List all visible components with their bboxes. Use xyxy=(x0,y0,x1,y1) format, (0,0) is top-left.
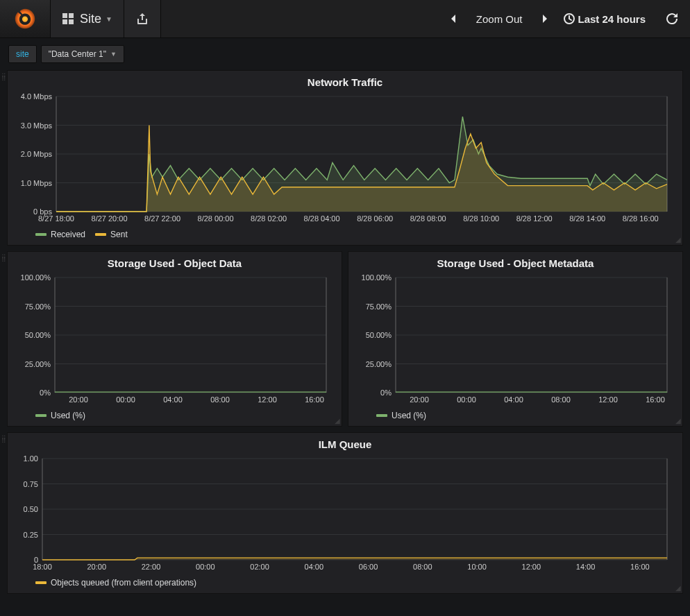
legend-label: Used (%) xyxy=(51,411,85,420)
legend-storage-object-metadata: Used (%) xyxy=(348,408,682,426)
svg-text:00:00: 00:00 xyxy=(116,395,135,404)
refresh-icon xyxy=(666,13,678,24)
nav-spacer xyxy=(161,0,436,37)
panel-resize-handle[interactable]: ◢ xyxy=(675,236,681,243)
chevron-right-icon xyxy=(539,13,550,24)
time-range-label: Last 24 hours xyxy=(578,13,646,25)
legend-item-sent[interactable]: Sent xyxy=(95,230,128,239)
panel-title[interactable]: ILM Queue xyxy=(8,433,682,452)
svg-text:2.0 Mbps: 2.0 Mbps xyxy=(21,150,53,158)
svg-text:12:00: 12:00 xyxy=(598,395,618,404)
svg-rect-1 xyxy=(69,13,74,18)
variable-value-dropdown[interactable]: "Data Center 1" ▼ xyxy=(41,45,124,63)
grafana-logo[interactable] xyxy=(0,0,51,37)
panel-drag-handle[interactable]: ⠿⠿ xyxy=(1,256,7,262)
panel-resize-handle[interactable]: ◢ xyxy=(675,584,681,592)
svg-text:10:00: 10:00 xyxy=(467,563,487,571)
svg-text:8/28 08:00: 8/28 08:00 xyxy=(410,214,446,223)
svg-text:08:00: 08:00 xyxy=(413,563,432,571)
legend-swatch xyxy=(95,233,106,236)
share-button[interactable] xyxy=(124,0,161,37)
svg-text:0.75: 0.75 xyxy=(24,480,38,488)
legend-item-received[interactable]: Received xyxy=(35,230,85,239)
svg-text:16:00: 16:00 xyxy=(646,395,665,404)
svg-text:16:00: 16:00 xyxy=(630,563,650,571)
legend-label: Objects queued (from client operations) xyxy=(51,578,196,588)
svg-text:8/28 16:00: 8/28 16:00 xyxy=(623,214,659,223)
zoom-out-label: Zoom Out xyxy=(476,13,523,25)
svg-rect-0 xyxy=(62,13,67,18)
chart-network-traffic[interactable]: 0 bps1.0 Mbps2.0 Mbps3.0 Mbps4.0 Mbps8/2… xyxy=(8,89,682,227)
panel-title[interactable]: Storage Used - Object Data xyxy=(8,252,342,271)
svg-text:8/27 20:00: 8/27 20:00 xyxy=(92,214,128,223)
panel-resize-handle[interactable]: ◢ xyxy=(335,417,340,425)
svg-text:06:00: 06:00 xyxy=(359,563,378,571)
svg-text:75.00%: 75.00% xyxy=(366,302,392,311)
svg-text:0%: 0% xyxy=(380,388,392,397)
zoom-out-button[interactable]: Zoom Out xyxy=(469,10,530,28)
refresh-button[interactable] xyxy=(662,10,682,27)
panel-drag-handle[interactable]: ⠿⠿ xyxy=(1,75,7,80)
panel-ilm-queue: ⠿⠿ ILM Queue 00.250.500.751.0018:0020:00… xyxy=(7,432,683,594)
time-range-prev-button[interactable] xyxy=(444,10,464,27)
panel-resize-handle[interactable]: ◢ xyxy=(675,417,681,425)
variable-value-label: "Data Center 1" xyxy=(49,49,106,59)
dashboard-body: ⠿⠿ Network Traffic 0 bps1.0 Mbps2.0 Mbps… xyxy=(0,70,690,606)
svg-text:3.0 Mbps: 3.0 Mbps xyxy=(21,121,53,130)
legend-ilm-queue: Objects queued (from client operations) xyxy=(8,575,682,593)
panel-drag-handle[interactable]: ⠿⠿ xyxy=(1,437,7,443)
chart-storage-object-metadata[interactable]: 0%25.00%50.00%75.00%100.00%20:0000:0004:… xyxy=(348,271,682,408)
legend-item-objects-queued[interactable]: Objects queued (from client operations) xyxy=(35,578,196,588)
svg-text:8/28 10:00: 8/28 10:00 xyxy=(463,214,499,223)
chevron-down-icon: ▼ xyxy=(110,51,117,58)
svg-text:18:00: 18:00 xyxy=(33,563,52,571)
time-range-picker[interactable]: Last 24 hours xyxy=(559,10,650,28)
svg-text:08:00: 08:00 xyxy=(210,395,230,404)
svg-text:20:00: 20:00 xyxy=(410,395,429,404)
svg-text:12:00: 12:00 xyxy=(522,563,541,571)
dashboard-grid-icon xyxy=(62,12,74,25)
top-navbar: Site ▼ Zoom Out Last 24 hours xyxy=(0,0,690,38)
time-range-next-button[interactable] xyxy=(535,10,554,27)
variable-name-chip: site xyxy=(8,45,37,63)
svg-text:20:00: 20:00 xyxy=(87,563,106,571)
svg-text:75.00%: 75.00% xyxy=(25,302,51,311)
svg-text:50.00%: 50.00% xyxy=(25,331,51,339)
panel-title[interactable]: Storage Used - Object Metadata xyxy=(348,252,682,271)
svg-text:8/28 12:00: 8/28 12:00 xyxy=(516,214,553,223)
dashboard-picker[interactable]: Site ▼ xyxy=(51,0,124,37)
svg-text:8/27 22:00: 8/27 22:00 xyxy=(144,214,180,223)
svg-text:1.0 Mbps: 1.0 Mbps xyxy=(21,179,53,187)
svg-rect-2 xyxy=(62,19,67,24)
svg-text:12:00: 12:00 xyxy=(258,395,277,404)
chart-ilm-queue[interactable]: 00.250.500.751.0018:0020:0022:0000:0002:… xyxy=(8,452,682,575)
svg-text:25.00%: 25.00% xyxy=(25,360,51,368)
svg-text:14:00: 14:00 xyxy=(576,563,596,571)
clock-icon xyxy=(564,13,575,24)
svg-text:22:00: 22:00 xyxy=(142,563,161,571)
svg-text:04:00: 04:00 xyxy=(163,395,183,404)
legend-label: Received xyxy=(51,230,85,239)
grafana-logo-icon xyxy=(13,7,37,31)
legend-swatch xyxy=(35,581,47,584)
panel-storage-object-metadata: Storage Used - Object Metadata 0%25.00%5… xyxy=(348,251,683,427)
svg-text:0.25: 0.25 xyxy=(24,531,38,539)
template-variable-bar: site "Data Center 1" ▼ xyxy=(0,38,690,70)
variable-name-label: site xyxy=(16,49,29,59)
svg-text:100.00%: 100.00% xyxy=(362,273,392,282)
svg-text:8/28 06:00: 8/28 06:00 xyxy=(357,214,393,223)
svg-rect-3 xyxy=(69,19,74,24)
svg-text:04:00: 04:00 xyxy=(305,563,324,571)
legend-item-used[interactable]: Used (%) xyxy=(35,411,85,420)
svg-text:04:00: 04:00 xyxy=(504,395,523,404)
legend-item-used[interactable]: Used (%) xyxy=(376,411,426,420)
legend-swatch xyxy=(35,414,47,417)
svg-text:0%: 0% xyxy=(40,388,51,397)
legend-storage-object-data: Used (%) xyxy=(8,408,342,426)
svg-text:25.00%: 25.00% xyxy=(366,360,392,368)
dashboard-title: Site xyxy=(80,12,101,26)
panel-title[interactable]: Network Traffic xyxy=(8,71,682,89)
chart-storage-object-data[interactable]: 0%25.00%50.00%75.00%100.00%20:0000:0004:… xyxy=(8,271,342,408)
nav-right-controls: Zoom Out Last 24 hours xyxy=(436,0,690,37)
svg-text:50.00%: 50.00% xyxy=(366,331,392,339)
